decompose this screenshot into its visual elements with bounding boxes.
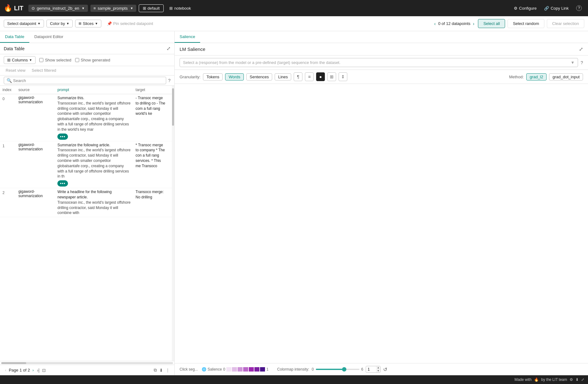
main-layout: Data Table Datapoint Editor Data Table ⤢… [0, 31, 588, 375]
stepper-input[interactable] [366, 367, 376, 372]
clear-selection-btn[interactable]: Clear selection [547, 19, 584, 28]
gran-grid-icon[interactable]: ⊞ [327, 72, 336, 81]
method-graddot-btn[interactable]: grad_dot_input [549, 73, 583, 80]
cell-target: Transoco merge: No drilling [133, 188, 169, 217]
table-row[interactable]: 0 gigaword-summarization Summarize this.… [0, 94, 174, 141]
gran-list-icon[interactable]: ≡ [305, 72, 314, 81]
settings-icon[interactable]: ⚙ [570, 377, 573, 382]
view-default-btn[interactable]: ⊞ default [139, 4, 164, 12]
colormap-row: Colormap intensity: 0 6 ▲ ▼ ↺ [277, 366, 387, 373]
fullscreen-icon[interactable]: ⤢ [581, 377, 584, 382]
chevron-down-icon: ▼ [66, 22, 70, 25]
copy-link-label: Copy Link [551, 6, 569, 11]
select-random-btn[interactable]: Select random [508, 19, 544, 28]
page-label: Page [9, 368, 18, 372]
next-arrow[interactable]: › [472, 21, 476, 27]
more-btn[interactable]: ••• [57, 134, 68, 140]
vertical-scrollbar[interactable] [172, 86, 174, 361]
tab-data-table[interactable]: Data Table [0, 31, 29, 43]
gran-tokens-btn[interactable]: Tokens [203, 73, 223, 80]
top-nav-right: ⚙ Configure 🔗 Copy Link ? [511, 4, 584, 12]
more-table-btn[interactable]: ⋮ [165, 367, 171, 373]
bottom-bar: Made with 🔥 by the LIT team ⚙ ⬇ ⤢ [0, 375, 588, 384]
dataset-selector[interactable]: ≡ sample_prompts ▼ [90, 5, 137, 12]
more-btn[interactable]: ••• [57, 180, 68, 187]
show-selected-checkbox[interactable] [39, 58, 43, 62]
data-table-header: Data Table ⤢ [0, 43, 174, 54]
stepper-down-btn[interactable]: ▼ [376, 369, 380, 372]
pagination: ‹ Page 1 of 2 › ›| ⊡ ⧉ ⬇ ⋮ [0, 365, 174, 375]
default-label: default [147, 6, 160, 11]
prev-page-btn[interactable]: ‹ [4, 367, 7, 373]
gran-lines-btn[interactable]: Lines [275, 73, 291, 80]
copy-link-btn[interactable]: 🔗 Copy Link [542, 5, 571, 12]
last-page-btn[interactable]: ›| [36, 367, 40, 373]
reset-view-btn[interactable]: Reset view [4, 67, 27, 73]
table-row[interactable]: 2 gigaword-summarization Write a headlin… [0, 188, 174, 217]
scale-boxes [226, 367, 265, 372]
gran-circle-icon[interactable]: ● [316, 72, 325, 81]
download-table-btn[interactable]: ⬇ [159, 367, 164, 373]
select-all-btn[interactable]: Select all [478, 19, 505, 28]
select-filtered-btn[interactable]: Select filtered [30, 67, 58, 73]
salience-text: Salience [208, 367, 222, 372]
horizontal-scrollbar[interactable] [0, 361, 174, 365]
click-seg-label: Click seg... [180, 367, 198, 372]
salience-title: LM Salience [180, 46, 205, 52]
stepper-up-btn[interactable]: ▲ [376, 366, 380, 369]
export-btn[interactable]: ⊡ [41, 367, 46, 373]
color-by-btn[interactable]: Color by ▼ [46, 20, 73, 27]
next-page-btn[interactable]: › [31, 367, 35, 373]
gran-words-btn[interactable]: Words [225, 73, 243, 80]
search-row: 🔍 ? [0, 75, 174, 86]
model-selector[interactable]: ⊙ gemma_instruct_2b_en ▼ [28, 5, 88, 12]
gran-sentences-btn[interactable]: Sentences [246, 73, 272, 80]
download-icon[interactable]: ⬇ [576, 377, 579, 382]
gran-para-icon[interactable]: ¶ [294, 72, 302, 81]
col-header-target: target [133, 86, 169, 94]
columns-btn[interactable]: ⊞ Columns ▼ [4, 56, 36, 64]
top-nav: 🔥 LIT ⊙ gemma_instruct_2b_en ▼ ≡ sample_… [0, 0, 588, 16]
prev-arrow[interactable]: ‹ [433, 21, 437, 27]
salience-dropdown-row: Select a (response) from the model or a … [175, 56, 588, 70]
salience-select[interactable]: Select a (response) from the model or a … [180, 58, 578, 67]
app-logo: 🔥 LIT [4, 4, 23, 12]
pin-btn[interactable]: 📌 Pin selected datapoint [104, 20, 156, 27]
colormap-label: Colormap intensity: [277, 367, 309, 372]
refresh-icon[interactable]: ↺ [383, 367, 387, 372]
method-gradl2-btn[interactable]: grad_l2 [526, 73, 547, 80]
slices-btn[interactable]: ⊞ Slices ▼ [75, 20, 101, 27]
tab-datapoint-editor[interactable]: Datapoint Editor [29, 31, 68, 43]
chevron-down-icon: ▼ [95, 22, 98, 25]
show-generated-checkbox[interactable] [75, 58, 79, 62]
notebook-label: notebook [174, 6, 191, 11]
total-pages: 2 [28, 368, 30, 372]
copy-table-btn[interactable]: ⧉ [153, 367, 157, 373]
gran-sort-icon[interactable]: ⇕ [339, 72, 347, 81]
configure-btn[interactable]: ⚙ Configure [511, 5, 539, 12]
cell-source: gigaword-summarization [16, 141, 55, 188]
team-text: by the LIT team [541, 377, 567, 382]
columns-icon: ⊞ [7, 58, 11, 62]
cell-source: gigaword-summarization [16, 94, 55, 141]
select-datapoint-btn[interactable]: Select datapoint ▼ [4, 20, 44, 27]
show-generated-label[interactable]: Show generated [75, 58, 110, 62]
select-datapoint-label: Select datapoint [7, 21, 36, 26]
expand-icon[interactable]: ⤢ [166, 46, 171, 51]
search-input[interactable] [13, 78, 163, 83]
colormap-slider[interactable] [316, 369, 359, 370]
show-selected-label[interactable]: Show selected [39, 58, 71, 62]
table-row[interactable]: 1 gigaword-summarization Summarize the f… [0, 141, 174, 188]
salience-help-icon[interactable]: ? [581, 60, 583, 65]
data-table-container: Data Table ⤢ ⊞ Columns ▼ Show selected S… [0, 43, 174, 375]
help-icon[interactable]: ? [168, 78, 171, 83]
cell-target: * Transoc merge to company * The con a f… [133, 141, 169, 188]
gear-icon: ⚙ [514, 6, 518, 11]
expand-salience-icon[interactable]: ⤢ [579, 46, 583, 52]
scale-box [238, 367, 243, 372]
tab-salience[interactable]: Salience [175, 31, 200, 43]
view-notebook-btn[interactable]: ⊞ notebook [166, 5, 194, 12]
cell-prompt: Summarize this. Transocean inc., the wor… [55, 94, 133, 141]
help-icon: ? [576, 5, 582, 11]
help-btn[interactable]: ? [574, 4, 584, 12]
